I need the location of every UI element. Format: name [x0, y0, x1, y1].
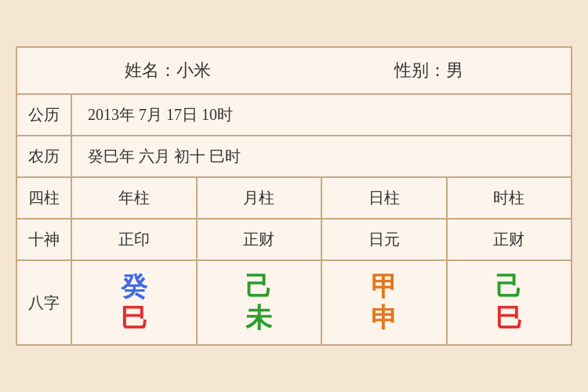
bazi-hour-top: 己	[495, 274, 522, 300]
month-pillar-header: 月柱	[198, 178, 323, 218]
bazi-day-top: 甲	[371, 274, 397, 300]
four-pillars-label: 四柱	[17, 178, 72, 218]
day-god: 日元	[322, 220, 448, 260]
hour-god: 正财	[448, 220, 572, 260]
bazi-year-top: 癸	[121, 274, 147, 300]
solar-row: 公历 2013年 7月 17日 10时	[17, 95, 571, 136]
bazi-month-bottom: 未	[245, 305, 272, 332]
year-pillar-header: 年柱	[72, 178, 198, 218]
bazi-day-bottom: 申	[371, 305, 397, 332]
ten-gods-row: 十神 正印 正财 日元 正财	[17, 220, 571, 261]
four-pillars-row: 四柱 年柱 月柱 日柱 时柱	[17, 178, 571, 220]
lunar-value: 癸巳年 六月 初十 巳时	[72, 136, 571, 176]
bazi-month-top: 己	[245, 274, 272, 300]
bazi-day: 甲 申	[322, 261, 448, 344]
bazi-row: 八字 癸 巳 己 未 甲 申 己 巳	[17, 261, 571, 344]
bazi-year: 癸 巳	[72, 261, 198, 344]
month-god: 正财	[198, 220, 323, 260]
header-row: 姓名：小米 性别：男	[17, 48, 571, 95]
bazi-hour: 己 巳	[448, 261, 572, 344]
ten-gods-label: 十神	[17, 220, 72, 260]
day-pillar-header: 日柱	[322, 178, 448, 218]
bazi-hour-bottom: 巳	[495, 305, 522, 332]
lunar-row: 农历 癸巳年 六月 初十 巳时	[17, 136, 571, 178]
bazi-label: 八字	[17, 261, 72, 344]
bazi-year-bottom: 巳	[121, 305, 147, 332]
bazi-month: 己 未	[198, 261, 323, 344]
solar-value: 2013年 7月 17日 10时	[72, 95, 571, 135]
solar-label: 公历	[17, 95, 72, 135]
name-label: 姓名：小米	[125, 59, 211, 82]
lunar-label: 农历	[17, 136, 72, 176]
main-container: 姓名：小米 性别：男 公历 2013年 7月 17日 10时 农历 癸巳年 六月…	[16, 46, 572, 346]
year-god: 正印	[72, 220, 198, 260]
hour-pillar-header: 时柱	[448, 178, 572, 218]
gender-label: 性别：男	[394, 59, 463, 82]
